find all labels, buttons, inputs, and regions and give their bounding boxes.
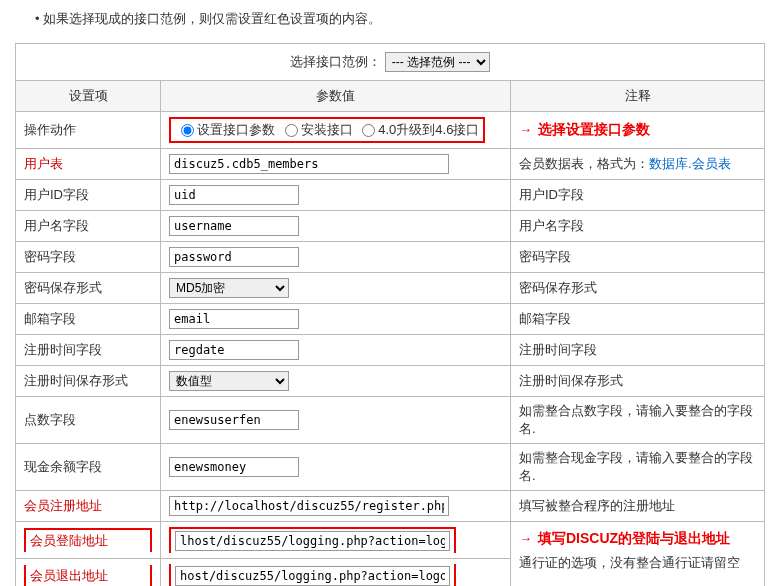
row-uid: 用户ID字段 用户ID字段 [16,180,765,211]
input-uid[interactable] [169,185,299,205]
radio-set-params[interactable] [181,124,194,137]
row-action: 操作动作 设置接口参数 安装接口 4.0升级到4.6接口 →选择设置接口参数 [16,112,765,149]
note-point: 如需整合点数字段，请输入要整合的字段名. [511,397,765,444]
label-regdate-form: 注册时间保存形式 [16,366,161,397]
note-pwd-form: 密码保存形式 [511,273,765,304]
label-pwd: 密码字段 [16,242,161,273]
header-note: 注释 [511,81,765,112]
select-pwd-form[interactable]: MD5加密 [169,278,289,298]
label-money: 现金余额字段 [16,444,161,491]
label-regurl: 会员注册地址 [16,491,161,522]
note-pwd: 密码字段 [511,242,765,273]
note-regurl: 填写被整合程序的注册地址 [511,491,765,522]
note-regdate: 注册时间字段 [511,335,765,366]
note-regdate-form: 注册时间保存形式 [511,366,765,397]
label-login: 会员登陆地址 [16,522,161,559]
value-action: 设置接口参数 安装接口 4.0升级到4.6接口 [161,112,511,149]
input-login[interactable] [175,531,450,551]
row-point: 点数字段 如需整合点数字段，请输入要整合的字段名. [16,397,765,444]
input-regdate[interactable] [169,340,299,360]
note-uid: 用户ID字段 [511,180,765,211]
label-point: 点数字段 [16,397,161,444]
note-login-logout: →填写DISCUZ的登陆与退出地址 通行证的选项，没有整合通行证请留空 [511,522,765,587]
intro-note: 如果选择现成的接口范例，则仅需设置红色设置项的内容。 [35,10,765,28]
input-logout[interactable] [175,566,450,586]
note-user-table: 会员数据表，格式为：数据库.会员表 [511,149,765,180]
header-value: 参数值 [161,81,511,112]
label-uid: 用户ID字段 [16,180,161,211]
label-email: 邮箱字段 [16,304,161,335]
settings-table: 选择接口范例： --- 选择范例 --- 设置项 参数值 注释 操作动作 设置接… [15,43,765,586]
input-user-table[interactable] [169,154,449,174]
input-point[interactable] [169,410,299,430]
note-action: →选择设置接口参数 [511,112,765,149]
row-pwd: 密码字段 密码字段 [16,242,765,273]
input-pwd[interactable] [169,247,299,267]
input-uname[interactable] [169,216,299,236]
label-action: 操作动作 [16,112,161,149]
note-money: 如需整合现金字段，请输入要整合的字段名. [511,444,765,491]
note-email: 邮箱字段 [511,304,765,335]
select-regdate-form[interactable]: 数值型 [169,371,289,391]
note-uname: 用户名字段 [511,211,765,242]
row-regdate-form: 注册时间保存形式 数值型 注册时间保存形式 [16,366,765,397]
template-select[interactable]: --- 选择范例 --- [385,52,490,72]
radio-install-label: 安装接口 [301,122,353,137]
radio-upgrade-label: 4.0升级到4.6接口 [378,122,479,137]
row-pwd-form: 密码保存形式 MD5加密 密码保存形式 [16,273,765,304]
row-email: 邮箱字段 邮箱字段 [16,304,765,335]
row-login: 会员登陆地址 →填写DISCUZ的登陆与退出地址 通行证的选项，没有整合通行证请… [16,522,765,559]
label-pwd-form: 密码保存形式 [16,273,161,304]
radio-install[interactable] [285,124,298,137]
header-setting: 设置项 [16,81,161,112]
row-user-table: 用户表 会员数据表，格式为：数据库.会员表 [16,149,765,180]
row-money: 现金余额字段 如需整合现金字段，请输入要整合的字段名. [16,444,765,491]
radio-set-params-label: 设置接口参数 [197,122,275,137]
row-regdate: 注册时间字段 注册时间字段 [16,335,765,366]
radio-upgrade[interactable] [362,124,375,137]
template-selector-row: 选择接口范例： --- 选择范例 --- [16,44,765,81]
input-money[interactable] [169,457,299,477]
row-regurl: 会员注册地址 填写被整合程序的注册地址 [16,491,765,522]
selector-label: 选择接口范例： [290,54,381,69]
label-user-table: 用户表 [16,149,161,180]
label-uname: 用户名字段 [16,211,161,242]
label-regdate: 注册时间字段 [16,335,161,366]
input-email[interactable] [169,309,299,329]
input-regurl[interactable] [169,496,449,516]
row-uname: 用户名字段 用户名字段 [16,211,765,242]
label-logout: 会员退出地址 [16,559,161,587]
